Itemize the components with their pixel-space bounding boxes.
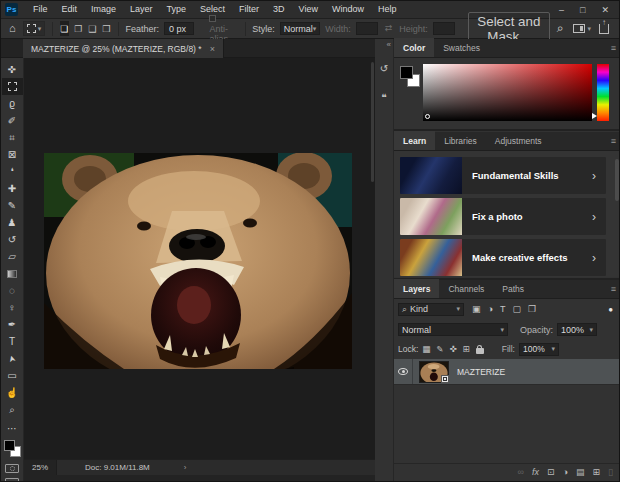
gradient-tool[interactable] (2, 265, 23, 282)
document-tab[interactable]: MAZTERIZE @ 25% (MAZTERIZE, RGB/8) * × (23, 39, 224, 58)
style-select[interactable]: Normal ▾ (280, 22, 321, 35)
filter-type-layers-icon[interactable]: T (500, 304, 506, 314)
feather-input[interactable]: 0 px (164, 22, 194, 35)
link-layers-icon[interactable]: ∞ (518, 467, 524, 477)
canvas-pasteboard[interactable] (24, 58, 375, 459)
panel-menu-icon[interactable]: ≡ (611, 284, 616, 294)
hand-tool[interactable]: ☝ (2, 384, 23, 401)
fill-input[interactable]: 100% ▾ (519, 343, 559, 356)
move-tool[interactable]: ✜ (2, 61, 23, 78)
layer-filter-toggle-icon[interactable]: ● (608, 305, 613, 314)
tab-color[interactable]: Color (394, 38, 434, 57)
color-picker-marker[interactable] (425, 114, 430, 119)
height-input[interactable] (433, 22, 455, 35)
new-layer-icon[interactable]: ⊞ (593, 467, 601, 477)
menu-3d[interactable]: 3D (266, 1, 292, 18)
learn-card-make-creative-effects[interactable]: Make creative effects › (400, 239, 606, 276)
antialias-checkbox[interactable] (209, 15, 216, 22)
path-selection-tool[interactable]: ➤ (2, 350, 23, 367)
foreground-color-mini-swatch[interactable] (400, 66, 413, 79)
opacity-input[interactable]: 100% ▾ (557, 323, 597, 336)
eyedropper-tool[interactable]: ❛ (2, 163, 23, 180)
menu-type[interactable]: Type (160, 1, 194, 18)
panel-menu-icon[interactable]: ≡ (611, 136, 616, 146)
tab-libraries[interactable]: Libraries (435, 131, 486, 150)
layer-mask-icon[interactable]: ⊡ (547, 467, 555, 477)
minimize-button[interactable]: – (559, 5, 564, 15)
comments-panel-icon[interactable]: ❝ (377, 90, 392, 105)
rectangle-tool[interactable]: ▭ (2, 367, 23, 384)
layer-filter-kind-select[interactable]: ⌕ Kind ▾ (398, 303, 464, 316)
rectangular-marquee-tool[interactable] (2, 78, 23, 95)
tab-paths[interactable]: Paths (493, 279, 533, 298)
workspace-switcher[interactable]: ▾ (573, 24, 591, 33)
lock-transparency-icon[interactable]: ▦ (422, 344, 430, 354)
menu-view[interactable]: View (292, 1, 325, 18)
quick-mask-button[interactable] (5, 464, 19, 473)
foreground-color-swatch[interactable] (4, 440, 15, 451)
filter-shape-layers-icon[interactable]: ▢ (512, 304, 521, 314)
spot-healing-brush-tool[interactable]: ✚ (2, 180, 23, 197)
status-chevron-icon[interactable]: › (184, 463, 187, 472)
maximize-button[interactable]: □ (580, 5, 585, 15)
lock-pixels-icon[interactable]: ✎ (436, 344, 443, 354)
tool-preset-picker[interactable]: ▾ (23, 21, 46, 36)
quick-selection-tool[interactable]: ✐ (2, 112, 23, 129)
tab-layers[interactable]: Layers (394, 279, 439, 298)
hue-slider-marker[interactable] (592, 113, 597, 119)
frame-tool[interactable]: ⊠ (2, 146, 23, 163)
clone-stamp-tool[interactable]: ♟ (2, 214, 23, 231)
lock-all-icon[interactable] (476, 345, 484, 354)
hue-slider[interactable] (597, 64, 609, 121)
filter-adjustment-layers-icon[interactable]: ◑ (488, 304, 493, 314)
close-button[interactable]: ✕ (601, 5, 609, 15)
home-icon[interactable]: ⌂ (7, 23, 18, 34)
new-selection-button[interactable]: ❏ (60, 21, 69, 36)
eraser-tool[interactable]: ▱ (2, 248, 23, 265)
adjustment-layer-icon[interactable]: ◑ (563, 467, 568, 477)
lock-artboard-icon[interactable]: ⊞ (463, 344, 470, 354)
tab-swatches[interactable]: Swatches (434, 38, 489, 57)
panel-menu-icon[interactable]: ≡ (611, 43, 616, 53)
tab-channels[interactable]: Channels (439, 279, 493, 298)
canvas-image-bear[interactable] (44, 153, 352, 369)
pen-tool[interactable]: ✒ (2, 316, 23, 333)
layer-row-mazterize[interactable]: MAZTERIZE (394, 359, 620, 385)
layer-name[interactable]: MAZTERIZE (457, 367, 505, 377)
zoom-tool[interactable]: ⌕ (2, 401, 23, 418)
filter-pixel-layers-icon[interactable]: ▣ (472, 304, 481, 314)
menu-edit[interactable]: Edit (55, 1, 85, 18)
delete-layer-icon[interactable]: ▯ (608, 467, 613, 477)
edit-toolbar-button[interactable]: ⋯ (2, 420, 23, 437)
learn-card-fundamental-skills[interactable]: Fundamental Skills › (400, 157, 606, 194)
screen-mode-button[interactable] (5, 478, 19, 482)
layer-thumbnail[interactable] (419, 361, 449, 383)
learn-card-fix-a-photo[interactable]: Fix a photo › (400, 198, 606, 235)
zoom-level-field[interactable]: 25% (24, 460, 57, 475)
menu-file[interactable]: File (26, 1, 55, 18)
lasso-tool[interactable]: ϱ (2, 95, 23, 112)
menu-image[interactable]: Image (84, 1, 123, 18)
menu-help[interactable]: Help (371, 1, 404, 18)
close-document-icon[interactable]: × (210, 44, 215, 54)
swap-dimensions-icon[interactable]: ⇄ (383, 23, 395, 34)
type-tool[interactable]: T (2, 333, 23, 350)
add-to-selection-button[interactable]: ❐ (74, 21, 83, 36)
subtract-from-selection-button[interactable]: ❑ (88, 21, 97, 36)
learn-scrollbar[interactable] (615, 159, 619, 201)
crop-tool[interactable]: ⌗ (2, 129, 23, 146)
dodge-tool[interactable]: ♀ (2, 299, 23, 316)
blur-tool[interactable]: ◌ (2, 282, 23, 299)
tab-learn[interactable]: Learn (394, 131, 435, 150)
expand-panels-icon[interactable]: « (387, 40, 391, 49)
filter-smart-objects-icon[interactable]: ❐ (528, 304, 536, 314)
new-group-icon[interactable]: ▤ (576, 467, 585, 477)
blend-mode-select[interactable]: Normal ▾ (398, 323, 508, 336)
intersect-selection-button[interactable]: ❒ (102, 21, 111, 36)
menu-layer[interactable]: Layer (123, 1, 160, 18)
canvas-scrollbar[interactable] (371, 62, 374, 182)
saturation-brightness-box[interactable] (423, 64, 592, 121)
menu-window[interactable]: Window (325, 1, 371, 18)
brush-tool[interactable]: ✎ (2, 197, 23, 214)
layer-effects-icon[interactable]: fx (532, 467, 539, 477)
